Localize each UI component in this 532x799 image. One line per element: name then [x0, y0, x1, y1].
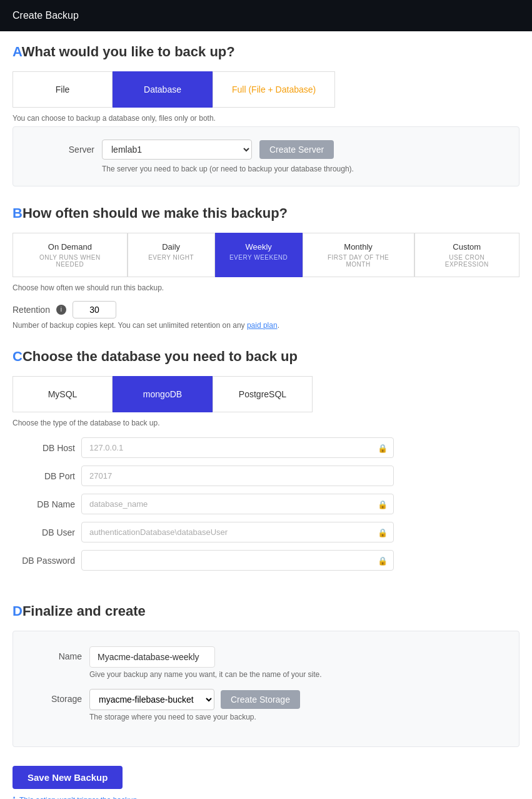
db-port-label: DB Port [13, 471, 75, 481]
server-helper: The server you need to back up (or need … [102, 165, 500, 173]
option-file-label: File [56, 84, 70, 94]
section-c-title: Choose the database you need to back up [23, 349, 298, 364]
freq-custom[interactable]: Custom USE CRON EXPRESSION [414, 233, 519, 277]
section-d-heading: DFinalize and create [13, 603, 519, 619]
top-bar: Create Backup [0, 0, 532, 31]
storage-field-wrapper: myacme-filebase-bucket Create Storage Th… [89, 689, 500, 721]
name-field-wrapper: Give your backup any name you want, it c… [89, 646, 500, 679]
db-name-input[interactable] [81, 494, 394, 514]
save-new-backup-button[interactable]: Save New Backup [13, 766, 123, 789]
db-port-input[interactable] [81, 466, 394, 486]
option-full-label: Full (File + Database) [232, 84, 316, 94]
backup-type-helper: You can choose to backup a database only… [13, 114, 519, 123]
section-a: AWhat would you like to back up? File Da… [13, 44, 519, 186]
db-host-input[interactable] [81, 437, 394, 458]
db-name-lock-icon: 🔒 [378, 499, 388, 509]
server-select[interactable]: lemlab1 [102, 140, 252, 160]
action-note: This action won't trigger the backup [19, 796, 137, 799]
retention-input[interactable] [73, 301, 116, 318]
section-b: BHow often should we make this backup? O… [13, 205, 519, 330]
option-database[interactable]: Database [113, 71, 213, 108]
name-label: Name [32, 646, 82, 661]
freq-custom-sub: USE CRON EXPRESSION [428, 254, 506, 268]
section-a-letter: A [13, 44, 22, 59]
freq-on-demand-sub: ONLY RUNS WHEN NEEDED [26, 254, 114, 268]
db-password-input[interactable] [81, 550, 394, 571]
section-a-title: What would you like to back up? [22, 44, 235, 59]
freq-weekly-sub: EVERY WEEKEND [228, 254, 289, 261]
section-b-letter: B [13, 205, 23, 221]
db-port-row: DB Port [13, 466, 519, 486]
option-file[interactable]: File [13, 71, 113, 108]
storage-controls: myacme-filebase-bucket Create Storage [89, 689, 500, 710]
option-database-label: Database [144, 84, 181, 94]
freq-on-demand[interactable]: On Demand ONLY RUNS WHEN NEEDED [13, 233, 128, 277]
db-user-row: DB User 🔒 [13, 522, 519, 542]
freq-daily-label: Daily [141, 242, 202, 252]
db-name-label: DB Name [13, 499, 75, 509]
freq-daily[interactable]: Daily EVERY NIGHT [128, 233, 215, 277]
db-postgresql[interactable]: PostgreSQL [213, 376, 313, 412]
name-row: Name Give your backup any name you want,… [32, 646, 500, 679]
backup-name-input[interactable] [89, 646, 215, 668]
section-b-title: How often should we make this backup? [23, 205, 288, 221]
option-full[interactable]: Full (File + Database) [213, 71, 335, 108]
action-note-row: ℹ This action won't trigger the backup [13, 795, 519, 799]
name-helper: Give your backup any name you want, it c… [89, 670, 500, 679]
db-password-wrapper: 🔒 [81, 550, 394, 571]
freq-daily-sub: EVERY NIGHT [141, 254, 202, 261]
section-a-heading: AWhat would you like to back up? [13, 44, 519, 60]
db-password-lock-icon: 🔒 [378, 556, 388, 565]
db-fields: DB Host 🔒 DB Port DB Name 🔒 [13, 431, 519, 584]
action-row: Save New Backup [13, 766, 519, 789]
create-storage-button[interactable]: Create Storage [221, 690, 300, 709]
db-type-helper: Choose the type of the database to back … [13, 419, 519, 427]
section-c-heading: CChoose the database you need to back up [13, 349, 519, 365]
storage-helper: The storage where you need to save your … [89, 713, 500, 721]
freq-custom-label: Custom [428, 242, 506, 252]
freq-monthly[interactable]: Monthly FIRST DAY OF THE MONTH [303, 233, 414, 277]
db-host-lock-icon: 🔒 [378, 443, 388, 452]
section-c: CChoose the database you need to back up… [13, 349, 519, 584]
retention-row: Retention i [13, 301, 519, 318]
server-label: Server [32, 145, 94, 155]
retention-note: Number of backup copies kept. You can se… [13, 321, 519, 330]
db-host-wrapper: 🔒 [81, 437, 394, 458]
db-mongodb-label: mongoDB [143, 389, 182, 399]
retention-label: Retention [13, 305, 50, 315]
finalize-box: Name Give your backup any name you want,… [13, 631, 519, 747]
db-mysql[interactable]: MySQL [13, 376, 113, 412]
db-mysql-label: MySQL [48, 389, 78, 399]
db-mongodb[interactable]: mongoDB [113, 376, 213, 412]
freq-weekly-label: Weekly [228, 242, 289, 252]
section-d-letter: D [13, 603, 23, 619]
db-name-wrapper: 🔒 [81, 494, 394, 514]
db-name-row: DB Name 🔒 [13, 494, 519, 514]
db-port-wrapper [81, 466, 394, 486]
frequency-helper: Choose how often we should run this back… [13, 283, 519, 292]
info-icon: i [56, 305, 66, 315]
paid-plan-link[interactable]: paid plan [247, 321, 278, 330]
section-b-heading: BHow often should we make this backup? [13, 205, 519, 221]
server-section: Server lemlab1 Create Server The server … [13, 126, 519, 186]
db-host-row: DB Host 🔒 [13, 437, 519, 458]
db-type-group: MySQL mongoDB PostgreSQL [13, 376, 519, 412]
frequency-group: On Demand ONLY RUNS WHEN NEEDED Daily EV… [13, 233, 519, 277]
storage-label: Storage [32, 689, 82, 704]
create-server-button[interactable]: Create Server [259, 140, 334, 159]
db-user-lock-icon: 🔒 [378, 527, 388, 537]
info-circle-icon: ℹ [13, 795, 16, 799]
page-title: Create Backup [13, 10, 79, 21]
section-c-letter: C [13, 349, 23, 364]
db-user-label: DB User [13, 527, 75, 537]
server-row: Server lemlab1 Create Server [32, 140, 500, 160]
freq-weekly[interactable]: Weekly EVERY WEEKEND [215, 233, 303, 277]
db-user-wrapper: 🔒 [81, 522, 394, 542]
storage-row: Storage myacme-filebase-bucket Create St… [32, 689, 500, 721]
db-user-input[interactable] [81, 522, 394, 542]
backup-type-group: File Database Full (File + Database) [13, 71, 519, 108]
storage-select[interactable]: myacme-filebase-bucket [89, 689, 214, 710]
db-password-label: DB Password [13, 556, 75, 566]
freq-monthly-label: Monthly [316, 242, 401, 252]
db-host-label: DB Host [13, 443, 75, 453]
